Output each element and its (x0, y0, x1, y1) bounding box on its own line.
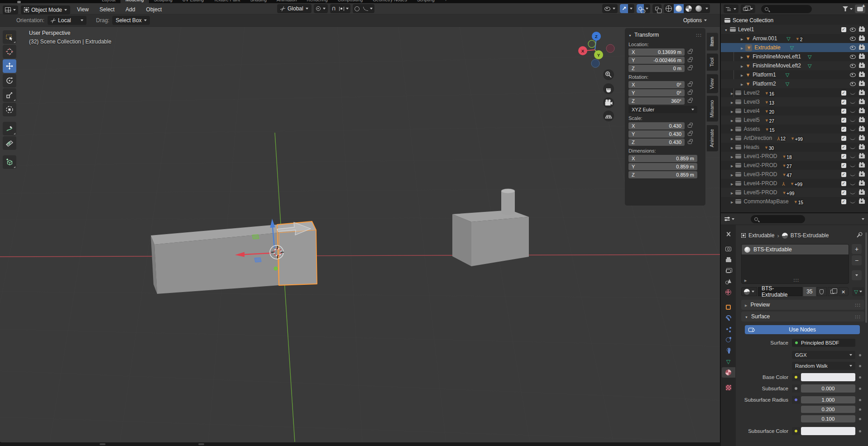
outliner-row-artdirection[interactable]: ArtDirection 12 +99 (721, 134, 868, 143)
expand-icon[interactable] (731, 162, 733, 168)
editor-type-button[interactable] (3, 5, 18, 14)
properties-tab-tool[interactable] (722, 229, 735, 239)
drag-handle-icon[interactable] (855, 314, 861, 319)
subsurface-radius-field-3[interactable]: 0.100 (801, 415, 855, 422)
workspace-tab-rendering[interactable]: Rendering (302, 0, 333, 3)
outliner-row-level4-prod[interactable]: Level4-PROD +99 (721, 179, 868, 188)
tool-add-cube[interactable] (3, 155, 16, 169)
pin-icon[interactable] (857, 234, 860, 237)
workspace-tab-sculpting[interactable]: Sculpting (149, 0, 177, 3)
shading-solid-button[interactable] (674, 4, 684, 13)
keyframe-dot[interactable] (859, 354, 861, 356)
subsurface-method-dropdown[interactable]: Random Walk (792, 362, 855, 370)
outliner-row-extrudable[interactable]: Extrudable (721, 43, 868, 52)
subsurface-socket[interactable] (792, 384, 800, 393)
rotation-y-field[interactable]: Y0° (628, 89, 685, 96)
tool-cursor[interactable] (3, 45, 16, 58)
properties-search-input[interactable] (751, 215, 805, 223)
tool-measure[interactable] (3, 136, 16, 150)
render-visibility-icon[interactable] (859, 136, 865, 140)
render-visibility-icon[interactable] (859, 55, 865, 59)
hide-eye-icon[interactable] (850, 64, 856, 68)
tool-rotate[interactable] (3, 74, 16, 87)
outliner-row-arrow001[interactable]: Arrow.001 2 (721, 34, 868, 43)
sidebar-tab-animate[interactable]: Animate (707, 125, 718, 151)
fake-user-button[interactable] (817, 287, 827, 296)
material-users-count[interactable]: 35 (803, 287, 815, 296)
exclude-checkbox[interactable] (841, 100, 846, 105)
render-visibility-icon[interactable] (859, 37, 865, 41)
render-visibility-icon[interactable] (859, 46, 865, 50)
drag-handle-icon[interactable] (696, 33, 702, 38)
hidden-eye-icon[interactable] (850, 164, 855, 167)
outliner-filter-dropdown[interactable] (843, 6, 853, 11)
rotation-mode-dropdown[interactable]: XYZ Euler (628, 106, 697, 113)
properties-tab-scene[interactable] (722, 276, 735, 287)
hidden-eye-icon[interactable] (850, 173, 855, 176)
outliner-row-commonmapbase[interactable]: CommonMapBase 15 (721, 197, 868, 206)
render-visibility-icon[interactable] (859, 91, 865, 95)
exclude-checkbox[interactable] (841, 127, 846, 132)
location-y-field[interactable]: Y-0.002466 m (628, 57, 685, 64)
keyframe-dot[interactable] (859, 365, 861, 367)
overlays-toggle[interactable] (637, 4, 644, 13)
mode-dropdown[interactable]: Object Mode (21, 5, 70, 14)
tool-transform[interactable] (3, 103, 16, 116)
render-visibility-icon[interactable] (859, 173, 865, 177)
properties-tab-world[interactable] (722, 287, 735, 297)
hide-eye-icon[interactable] (850, 28, 856, 32)
tool-annotate[interactable] (3, 122, 16, 135)
exclude-checkbox[interactable] (841, 163, 846, 168)
render-visibility-icon[interactable] (859, 182, 865, 186)
object-target-block[interactable] (452, 189, 529, 266)
hide-eye-icon[interactable] (850, 46, 856, 50)
transform-panel-header[interactable]: Transform (628, 30, 702, 39)
proportional-falloff-dropdown[interactable] (361, 4, 374, 13)
snap-target-dropdown[interactable] (337, 4, 350, 13)
breadcrumb-material[interactable]: BTS-Extrudable (791, 232, 829, 239)
scale-z-field[interactable]: Z0.430 (628, 139, 685, 146)
rotation-z-field[interactable]: Z360° (628, 97, 685, 105)
object-visibility-dropdown[interactable] (602, 4, 618, 13)
expand-icon[interactable] (731, 90, 733, 96)
dimensions-y-field[interactable]: Y0.859 m (628, 163, 697, 170)
lock-icon[interactable] (688, 133, 692, 136)
workspace-tab-compositing[interactable]: Compositing (333, 0, 368, 3)
material-specials-dropdown[interactable] (852, 270, 862, 280)
zoom-button[interactable] (603, 69, 614, 80)
unlink-material-button[interactable] (839, 287, 849, 296)
tool-orientation-dropdown[interactable]: Local (48, 16, 86, 25)
hide-eye-icon[interactable] (850, 73, 856, 77)
workspace-tab-layout[interactable]: Layout (97, 0, 120, 3)
dimensions-x-field[interactable]: X0.859 m (628, 155, 697, 162)
lock-icon[interactable] (688, 91, 692, 95)
menu-add[interactable]: Add (121, 4, 139, 15)
proportional-editing-toggle[interactable] (353, 4, 361, 13)
render-visibility-icon[interactable] (859, 127, 865, 131)
render-visibility-icon[interactable] (859, 82, 865, 86)
expand-icon[interactable] (724, 26, 728, 33)
outliner-row-level2-prod[interactable]: Level2-PROD 27 (721, 161, 868, 170)
hidden-eye-icon[interactable] (850, 137, 855, 140)
outliner-row-level3[interactable]: Level3 13 (721, 97, 868, 106)
expand-icon[interactable] (731, 99, 733, 105)
workspace-tab-texture-paint[interactable]: Texture Paint (209, 0, 245, 3)
render-visibility-icon[interactable] (859, 191, 865, 195)
tool-move[interactable] (3, 59, 16, 73)
keyframe-dot[interactable] (859, 418, 861, 420)
keyframe-dot[interactable] (859, 430, 861, 432)
render-visibility-icon[interactable] (859, 109, 865, 113)
rotation-x-field[interactable]: X0° (628, 81, 685, 88)
expand-icon[interactable] (731, 153, 733, 159)
exclude-checkbox[interactable] (841, 118, 846, 123)
hidden-eye-icon[interactable] (850, 200, 855, 203)
render-visibility-icon[interactable] (859, 154, 865, 158)
lock-icon[interactable] (688, 51, 692, 54)
expand-icon[interactable] (731, 144, 733, 150)
keyframe-dot[interactable] (859, 388, 861, 390)
outliner-row-assets[interactable]: Assets 15 (721, 125, 868, 134)
copy-material-button[interactable] (828, 287, 838, 296)
xray-toggle[interactable] (652, 4, 662, 13)
properties-tab-modifiers[interactable] (722, 313, 735, 323)
outliner-display-mode-dropdown[interactable] (724, 5, 739, 13)
